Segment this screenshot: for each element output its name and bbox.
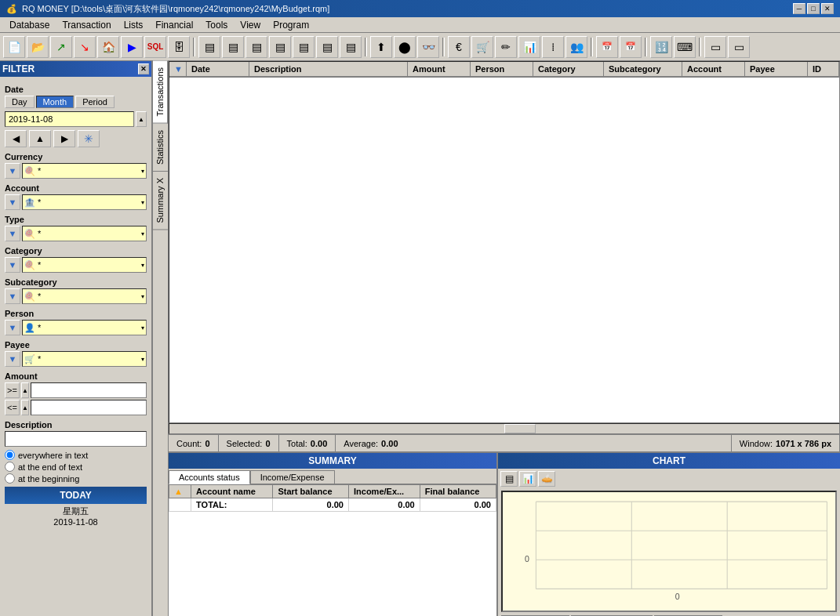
horizontal-scrollbar[interactable] [169, 423, 840, 434]
toolbar-calc2[interactable]: ⌨ [674, 36, 696, 58]
toolbar-new[interactable]: 📄 [3, 36, 25, 58]
tab-transactions[interactable]: Transactions [153, 61, 168, 124]
radio-everywhere[interactable] [5, 450, 15, 460]
th-date[interactable]: Date [187, 62, 249, 76]
type-filter-icon[interactable]: ▼ [5, 226, 20, 241]
th-id[interactable]: ID [808, 62, 839, 76]
toolbar-circle[interactable]: ⬤ [394, 36, 416, 58]
today-button[interactable]: TODAY [5, 487, 147, 504]
th-description[interactable]: Description [249, 62, 408, 76]
th-person[interactable]: Person [471, 62, 533, 76]
summary-th-final[interactable]: Final balance [420, 485, 496, 498]
toolbar-icon3[interactable]: 🏠 [97, 36, 119, 58]
account-select[interactable]: 🏦 * ▾ [22, 194, 147, 210]
toolbar-list4[interactable]: ▤ [269, 36, 291, 58]
th-payee[interactable]: Payee [745, 62, 808, 76]
chart-tool-pie[interactable]: 🥧 [538, 471, 555, 487]
amount-gte-spin[interactable]: ▲ [21, 382, 29, 398]
nav-prev-button[interactable]: ◀ [5, 130, 27, 147]
th-account[interactable]: Account [682, 62, 745, 76]
toolbar-calc[interactable]: 🔢 [650, 36, 672, 58]
subcategory-filter-icon[interactable]: ▼ [5, 288, 20, 304]
category-filter-icon[interactable]: ▼ [5, 257, 20, 273]
account-filter-icon[interactable]: ▼ [5, 194, 20, 210]
amount-gte-input[interactable] [31, 382, 147, 398]
toolbar-list1[interactable]: ▤ [198, 36, 220, 58]
summary-tab-income[interactable]: Income/Expense [250, 470, 335, 484]
th-sort-icon[interactable]: ▼ [169, 62, 187, 76]
summary-th-account[interactable]: Account name [191, 485, 273, 498]
amount-gte-op[interactable]: >= [5, 382, 20, 398]
scrollbar-thumb[interactable] [504, 424, 536, 433]
period-button[interactable]: Period [75, 96, 115, 108]
toolbar-arrow1[interactable]: ↗ [50, 36, 72, 58]
toolbar-arrow2[interactable]: ↘ [74, 36, 96, 58]
summary-th-sort[interactable]: ▲ [169, 485, 191, 498]
summary-th-income[interactable]: Income/Ex... [348, 485, 420, 498]
tab-statistics[interactable]: Statistics [153, 124, 168, 172]
menu-financial[interactable]: Financial [149, 18, 199, 32]
amount-lte-op[interactable]: <= [5, 400, 20, 415]
toolbar-cal2[interactable]: 📅 [620, 36, 642, 58]
summary-tab-accounts[interactable]: Accounts status [169, 470, 250, 484]
toolbar-glasses[interactable]: 👓 [417, 36, 439, 58]
maximize-button[interactable]: □ [807, 3, 820, 14]
nav-up-button[interactable]: ▲ [29, 130, 51, 147]
nav-filter-button[interactable]: ✳ [78, 130, 100, 147]
toolbar-dots[interactable]: ⁞ [542, 36, 564, 58]
toolbar-sql[interactable]: SQL [144, 36, 166, 58]
toolbar-people[interactable]: 👥 [565, 36, 587, 58]
day-button[interactable]: Day [5, 96, 35, 108]
category-select[interactable]: 🍭 * ▾ [22, 257, 147, 273]
radio-end[interactable] [5, 462, 15, 472]
date-input[interactable] [5, 111, 134, 127]
toolbar-view2[interactable]: ▭ [728, 36, 750, 58]
toolbar-import[interactable]: ⬆ [370, 36, 392, 58]
currency-filter-icon[interactable]: ▼ [5, 163, 20, 179]
toolbar-play[interactable]: ▶ [121, 36, 143, 58]
description-input[interactable] [5, 431, 147, 447]
toolbar-list6[interactable]: ▤ [316, 36, 338, 58]
toolbar-list7[interactable]: ▤ [340, 36, 362, 58]
date-spin-up[interactable]: ▲ [136, 111, 147, 127]
th-amount[interactable]: Amount [408, 62, 471, 76]
close-button[interactable]: ✕ [821, 3, 834, 14]
toolbar-open[interactable]: 📂 [27, 36, 49, 58]
toolbar-cart[interactable]: 🛒 [471, 36, 493, 58]
toolbar-list2[interactable]: ▤ [222, 36, 244, 58]
menu-view[interactable]: View [234, 18, 267, 32]
toolbar-view1[interactable]: ▭ [704, 36, 726, 58]
currency-select[interactable]: 🍭 * ▾ [22, 163, 147, 179]
amount-lte-spin[interactable]: ▲ [21, 400, 29, 415]
toolbar-chart[interactable]: 📊 [518, 36, 540, 58]
chart-tool-table[interactable]: ▤ [500, 471, 518, 487]
toolbar-pencil[interactable]: ✏ [495, 36, 517, 58]
radio-beginning[interactable] [5, 473, 15, 484]
chart-tool-bar[interactable]: 📊 [519, 471, 536, 487]
payee-filter-icon[interactable]: ▼ [5, 351, 20, 367]
toolbar-cal1[interactable]: 📅 [596, 36, 618, 58]
menu-lists[interactable]: Lists [118, 18, 150, 32]
toolbar-currency[interactable]: € [448, 36, 470, 58]
type-select[interactable]: 🍭 * ▾ [22, 226, 147, 241]
payee-select[interactable]: 🛒 * ▾ [22, 351, 147, 367]
menu-transaction[interactable]: Transaction [56, 18, 117, 32]
tab-summary-x[interactable]: Summary X [153, 172, 168, 230]
toolbar-list3[interactable]: ▤ [245, 36, 267, 58]
amount-lte-input[interactable] [31, 400, 147, 415]
filter-close-button[interactable]: ✕ [138, 63, 149, 74]
toolbar-db[interactable]: 🗄 [168, 36, 190, 58]
person-select[interactable]: 👤 * ▾ [22, 320, 147, 335]
summary-th-start[interactable]: Start balance [273, 485, 349, 498]
th-subcategory[interactable]: Subcategory [604, 62, 682, 76]
nav-next-button[interactable]: ▶ [53, 130, 75, 147]
menu-program[interactable]: Program [267, 18, 315, 32]
menu-tools[interactable]: Tools [199, 18, 234, 32]
subcategory-select[interactable]: 🍭 * ▾ [22, 288, 147, 304]
person-filter-icon[interactable]: ▼ [5, 320, 20, 335]
minimize-button[interactable]: ─ [793, 3, 805, 14]
month-button[interactable]: Month [36, 96, 75, 108]
th-category[interactable]: Category [533, 62, 604, 76]
toolbar-list5[interactable]: ▤ [293, 36, 315, 58]
menu-database[interactable]: Database [3, 18, 56, 32]
